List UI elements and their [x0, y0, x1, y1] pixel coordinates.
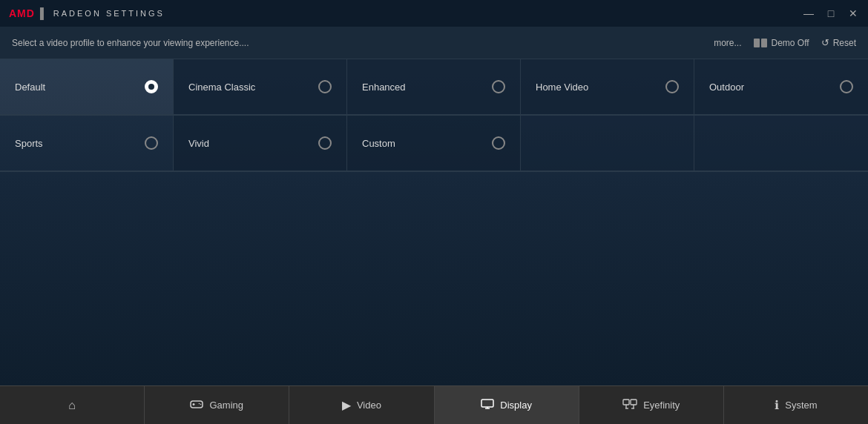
- profile-vivid-label: Vivid: [188, 138, 209, 149]
- amd-logo: AMD▐: [9, 7, 46, 19]
- app-title: RADEON SETTINGS: [53, 9, 165, 18]
- nav-gaming-label: Gaming: [209, 400, 243, 411]
- profile-sports-label: Sports: [15, 138, 43, 149]
- toggle-bar-2: [761, 39, 767, 47]
- profile-enhanced[interactable]: Enhanced: [347, 59, 521, 115]
- bottom-nav: ⌂ Gaming ▶ Video Display: [0, 385, 868, 424]
- nav-gaming[interactable]: Gaming: [145, 386, 289, 424]
- profile-outdoor[interactable]: Outdoor: [694, 59, 868, 115]
- header: Select a video profile to enhance your v…: [0, 27, 868, 59]
- profile-default[interactable]: Default: [0, 59, 174, 115]
- home-icon: ⌂: [68, 399, 76, 412]
- profile-default-label: Default: [15, 82, 45, 93]
- profile-enhanced-radio: [492, 80, 505, 93]
- demo-label: Demo Off: [772, 38, 809, 48]
- svg-rect-8: [623, 400, 629, 405]
- profile-row-2: Sports Vivid Custom: [0, 116, 868, 172]
- brand: AMD▐ RADEON SETTINGS: [9, 7, 165, 19]
- profile-vivid[interactable]: Vivid: [174, 116, 347, 171]
- profile-custom-radio: [492, 136, 505, 150]
- display-icon: [481, 399, 494, 412]
- profile-empty-2: [694, 116, 868, 171]
- profile-cinema-classic[interactable]: Cinema Classic: [174, 59, 347, 115]
- title-bar: AMD▐ RADEON SETTINGS — □ ✕: [0, 0, 868, 27]
- header-subtitle: Select a video profile to enhance your v…: [12, 38, 714, 48]
- reset-button[interactable]: ↺ Reset: [821, 37, 856, 48]
- nav-video-label: Video: [357, 400, 381, 411]
- nav-display[interactable]: Display: [435, 386, 579, 424]
- svg-point-3: [199, 403, 200, 404]
- nav-eyefinity-label: Eyefinity: [643, 400, 680, 411]
- nav-display-label: Display: [500, 400, 532, 411]
- profile-home-video[interactable]: Home Video: [521, 59, 694, 115]
- profile-cinema-classic-label: Cinema Classic: [188, 82, 255, 93]
- profile-cinema-classic-radio: [318, 80, 332, 93]
- toggle-icon: [754, 39, 767, 47]
- profile-outdoor-label: Outdoor: [709, 82, 744, 93]
- nav-system[interactable]: ℹ System: [724, 386, 868, 424]
- window-controls: — □ ✕: [803, 7, 859, 19]
- profile-sports-radio: [145, 136, 158, 150]
- profile-home-video-label: Home Video: [536, 82, 588, 93]
- profile-sports[interactable]: Sports: [0, 116, 174, 171]
- profile-custom[interactable]: Custom: [347, 116, 521, 171]
- profile-empty-1: [521, 116, 694, 171]
- minimize-button[interactable]: —: [803, 7, 815, 19]
- gaming-icon: [190, 399, 203, 412]
- more-button[interactable]: more...: [714, 38, 741, 48]
- maximize-button[interactable]: □: [825, 7, 837, 19]
- nav-home[interactable]: ⌂: [0, 386, 145, 424]
- toggle-bar-1: [754, 39, 760, 47]
- eyefinity-icon: [622, 399, 637, 412]
- profile-home-video-radio: [665, 80, 679, 93]
- profile-custom-label: Custom: [362, 138, 395, 149]
- close-button[interactable]: ✕: [847, 7, 859, 19]
- video-icon: ▶: [342, 398, 351, 412]
- nav-eyefinity[interactable]: Eyefinity: [579, 386, 724, 424]
- svg-rect-9: [631, 400, 637, 405]
- header-controls: more... Demo Off ↺ Reset: [714, 37, 856, 48]
- system-icon: ℹ: [775, 398, 779, 412]
- main-content: Default Cinema Classic Enhanced Home Vid…: [0, 59, 868, 385]
- profile-default-radio: [145, 80, 158, 93]
- profile-enhanced-label: Enhanced: [362, 82, 406, 93]
- demo-control[interactable]: Demo Off: [754, 38, 809, 48]
- profile-row-1: Default Cinema Classic Enhanced Home Vid…: [0, 59, 868, 116]
- svg-point-4: [200, 403, 202, 405]
- nav-video[interactable]: ▶ Video: [289, 386, 434, 424]
- svg-rect-5: [481, 400, 493, 407]
- nav-system-label: System: [785, 400, 817, 411]
- reset-icon: ↺: [821, 37, 829, 48]
- reset-label: Reset: [833, 38, 856, 48]
- profile-vivid-radio: [318, 136, 332, 150]
- profile-outdoor-radio: [840, 80, 853, 93]
